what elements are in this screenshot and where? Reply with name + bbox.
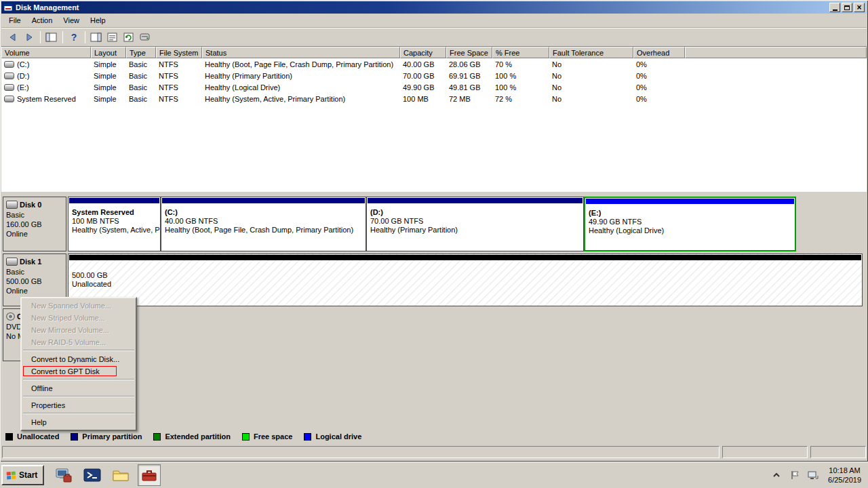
status-cell-main	[2, 446, 719, 458]
column-header-status[interactable]: Status	[202, 47, 400, 58]
rescan-disks-icon[interactable]	[137, 30, 153, 45]
partition-color-strip	[69, 198, 159, 203]
menu-item-new-raid5-volume: New RAID-5 Volume...	[22, 336, 136, 348]
partition-size: 49.90 GB NTFS	[589, 218, 795, 226]
volume-fault-tolerance: No	[549, 95, 633, 103]
partition-d[interactable]: (D:) 70.00 GB NTFS Healthy (Primary Part…	[366, 197, 584, 251]
column-header-type[interactable]: Type	[126, 47, 156, 58]
back-icon[interactable]	[5, 30, 21, 45]
volume-name: (C:)	[17, 60, 29, 68]
menu-item-convert-to-dynamic-disk[interactable]: Convert to Dynamic Disk...	[22, 353, 136, 365]
volume-status: Healthy (Primary Partition)	[202, 72, 400, 80]
disk-management-taskbar-button[interactable]	[138, 464, 161, 486]
taskbar-clock[interactable]: 10:18 AM 6/25/2019	[828, 466, 861, 485]
title-bar[interactable]: Disk Management ×	[1, 1, 867, 14]
volume-name: System Reserved	[17, 95, 76, 103]
table-row-volume-e[interactable]: (E:) Simple Basic NTFS Healthy (Logical …	[1, 81, 867, 93]
menu-separator	[22, 348, 136, 353]
network-icon[interactable]	[807, 469, 819, 481]
volume-fault-tolerance: No	[549, 60, 633, 68]
close-button[interactable]: ×	[854, 3, 865, 12]
volume-layout: Simple	[91, 72, 126, 80]
menu-item-properties[interactable]: Properties	[22, 399, 136, 411]
show-action-pane-icon[interactable]	[88, 30, 104, 45]
column-header-volume[interactable]: Volume	[1, 47, 91, 58]
status-cell-mid	[722, 446, 808, 458]
toolbar-separator	[85, 31, 85, 43]
volume-capacity: 49.90 GB	[400, 83, 446, 92]
column-header-capacity[interactable]: Capacity	[400, 47, 446, 58]
server-manager-icon[interactable]	[52, 464, 75, 486]
menu-item-convert-to-gpt-disk[interactable]: Convert to GPT Disk	[22, 365, 136, 378]
help-icon[interactable]: ?	[66, 30, 82, 45]
chevron-up-icon	[772, 472, 781, 479]
disk-management-icon	[140, 466, 158, 484]
volume-pct-free: 72 %	[492, 95, 549, 103]
start-label: Start	[19, 470, 37, 480]
cd-rom-icon	[6, 312, 15, 321]
menu-help[interactable]: Help	[85, 14, 111, 26]
partition-c[interactable]: (C:) 40.00 GB NTFS Healthy (Boot, Page F…	[161, 197, 366, 251]
column-header-pct-free[interactable]: % Free	[492, 47, 549, 58]
menu-view[interactable]: View	[58, 14, 85, 26]
legend-item-logical-drive: Logical drive	[304, 432, 361, 441]
status-bar	[1, 445, 867, 460]
legend-swatch	[71, 433, 78, 441]
volume-status: Healthy (System, Active, Primary Partiti…	[202, 95, 400, 103]
properties-icon[interactable]	[104, 30, 121, 45]
partition-e[interactable]: (E:) 49.90 GB NTFS Healthy (Logical Driv…	[584, 197, 796, 251]
show-hidden-icons-button[interactable]	[770, 469, 783, 481]
partition-status: Healthy (Logical Drive)	[589, 226, 795, 235]
volume-pct-free: 100 %	[492, 72, 549, 80]
menu-item-offline[interactable]: Offline	[22, 382, 136, 394]
volume-name: (E:)	[17, 83, 29, 92]
disk-type: Basic	[6, 210, 63, 220]
action-center-flag-icon[interactable]	[789, 469, 801, 481]
disk-name: Disk 1	[20, 257, 41, 266]
volume-free-space: 49.81 GB	[446, 83, 492, 92]
volume-layout: Simple	[91, 95, 126, 103]
system-tray: 10:18 AM 6/25/2019	[770, 462, 868, 488]
table-row-volume-d[interactable]: (D:) Simple Basic NTFS Healthy (Primary …	[1, 70, 867, 81]
clock-date: 6/25/2019	[828, 475, 861, 485]
menu-item-help[interactable]: Help	[22, 416, 136, 428]
menu-file[interactable]: File	[3, 14, 26, 26]
refresh-icon[interactable]	[121, 30, 137, 45]
legend-item-primary-partition: Primary partition	[71, 432, 142, 441]
maximize-button[interactable]	[842, 3, 852, 12]
column-header-fault-tolerance[interactable]: Fault Tolerance	[549, 47, 633, 58]
forward-icon[interactable]	[21, 30, 37, 45]
legend-label: Primary partition	[82, 432, 142, 441]
start-button[interactable]: Start	[1, 465, 44, 485]
table-row-volume-c[interactable]: (C:) Simple Basic NTFS Healthy (Boot, Pa…	[1, 58, 867, 70]
drive-icon	[4, 84, 14, 91]
file-explorer-icon[interactable]	[109, 464, 132, 486]
show-console-tree-icon[interactable]	[43, 30, 60, 45]
partition-status: Healthy (Primary Partition)	[370, 226, 583, 235]
column-header-file-system[interactable]: File System	[156, 47, 202, 58]
legend-item-unallocated: Unallocated	[5, 432, 59, 441]
table-row-system-reserved[interactable]: System Reserved Simple Basic NTFS Health…	[1, 93, 867, 104]
disk-name: Disk 0	[20, 200, 41, 209]
minimize-button[interactable]	[829, 3, 840, 12]
partition-size: 100 MB NTFS	[72, 217, 160, 226]
disk0-header[interactable]: Disk 0 Basic 160.00 GB Online	[3, 197, 66, 251]
legend-swatch	[5, 433, 13, 441]
column-header-overhead[interactable]: Overhead	[633, 47, 685, 58]
menu-action[interactable]: Action	[26, 14, 58, 26]
partition-name: (E:)	[589, 209, 795, 218]
partition-system-reserved[interactable]: System Reserved 100 MB NTFS Healthy (Sys…	[68, 197, 161, 251]
powershell-icon[interactable]	[81, 464, 104, 486]
maximize-icon	[844, 5, 850, 10]
disk-context-menu: New Spanned Volume... New Striped Volume…	[20, 297, 137, 431]
volume-status: Healthy (Logical Drive)	[202, 83, 400, 92]
column-header-layout[interactable]: Layout	[91, 47, 126, 58]
volume-pct-free: 100 %	[492, 83, 549, 92]
column-header-free-space[interactable]: Free Space	[446, 47, 492, 58]
red-highlight-annotation	[23, 366, 117, 376]
unallocated-region[interactable]: 500.00 GB Unallocated	[68, 253, 863, 306]
volume-name: (D:)	[17, 72, 29, 80]
disk-size: 160.00 GB	[6, 220, 63, 229]
partition-name: (D:)	[370, 208, 583, 217]
disk-size: 500.00 GB	[6, 277, 63, 286]
